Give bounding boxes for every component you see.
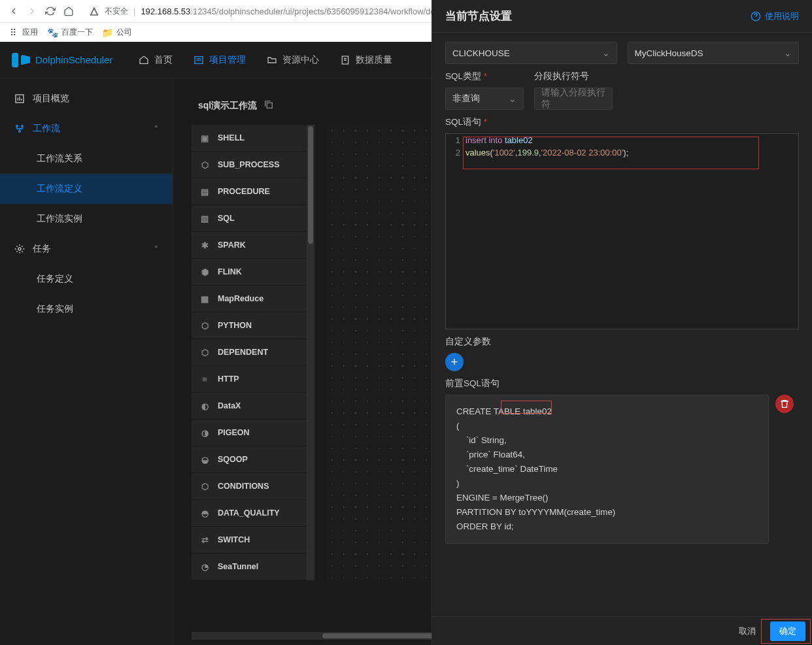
bookmark-baidu[interactable]: 🐾百度一下	[47, 27, 93, 38]
datasource-type-select[interactable]: CLICKHOUSE⌄	[445, 42, 617, 64]
task-type-switch[interactable]: ⇄SWITCH	[192, 527, 307, 554]
sidebar-item-wf-relation[interactable]: 工作流关系	[0, 144, 173, 174]
back-icon[interactable]	[8, 5, 20, 17]
flow-icon	[14, 124, 25, 134]
confirm-button[interactable]: 确定	[770, 621, 805, 641]
task-type-seatunnel[interactable]: ◔SeaTunnel	[192, 554, 307, 580]
task-icon: ◒	[199, 454, 210, 465]
folder-icon: 📁	[102, 27, 112, 38]
task-icon: ≡	[199, 374, 210, 384]
task-type-procedure[interactable]: ▤PROCEDURE	[192, 178, 307, 205]
question-icon	[751, 11, 761, 22]
sidebar-item-workflow[interactable]: 工作流˄	[0, 114, 173, 144]
chevron-down-icon: ⌄	[602, 48, 610, 58]
nav-data-quality[interactable]: 数据质量	[337, 52, 395, 69]
task-icon: ◓	[199, 508, 210, 518]
task-type-pigeon[interactable]: ◑PIGEON	[192, 420, 307, 446]
home-icon[interactable]	[63, 5, 75, 17]
doc-icon	[340, 55, 350, 65]
drawer-title: 当前节点设置	[445, 8, 512, 24]
add-param-button[interactable]: +	[445, 353, 464, 371]
copy-icon[interactable]	[263, 99, 274, 112]
folder-icon	[267, 55, 277, 65]
scrollbar-vertical[interactable]	[307, 125, 314, 580]
chevron-down-icon: ⌄	[509, 93, 516, 104]
task-type-python[interactable]: ⬡PYTHON	[192, 312, 307, 339]
svg-point-3	[16, 125, 18, 127]
sidebar-item-task-inst[interactable]: 任务实例	[0, 294, 173, 324]
task-icon: ⬡	[199, 481, 210, 491]
task-icon: ◔	[199, 561, 210, 572]
bookmark-company[interactable]: 📁公司	[102, 27, 132, 38]
task-type-list: ▣SHELL⬡SUB_PROCESS▤PROCEDURE▥SQL✱SPARK⬢F…	[192, 125, 307, 580]
task-type-mapreduce[interactable]: ▦MapReduce	[192, 286, 307, 312]
task-icon: ⬡	[199, 159, 210, 170]
paw-icon: 🐾	[47, 27, 58, 38]
sidebar-item-wf-instance[interactable]: 工作流实例	[0, 204, 173, 234]
brand-logo[interactable]: DolphinScheduler	[12, 53, 112, 67]
chevron-up-icon: ˄	[154, 125, 158, 133]
task-icon: ▣	[199, 133, 210, 143]
list-icon	[194, 55, 204, 65]
task-type-conditions[interactable]: ⬡CONDITIONS	[192, 473, 307, 500]
sidebar-item-task[interactable]: 任务˄	[0, 234, 173, 264]
sql-type-label: SQL类型	[445, 71, 524, 82]
task-type-spark[interactable]: ✱SPARK	[192, 232, 307, 259]
reload-icon[interactable]	[44, 5, 56, 17]
svg-rect-7	[267, 103, 273, 108]
logo-icon	[12, 53, 30, 67]
chart-icon	[14, 93, 25, 104]
segment-input[interactable]: 请输入分段执行符	[534, 88, 613, 110]
svg-point-6	[18, 248, 21, 250]
task-type-http[interactable]: ≡HTTP	[192, 366, 307, 393]
apps-icon: ⠿	[8, 27, 18, 38]
nav-projects[interactable]: 项目管理	[191, 52, 248, 69]
task-icon: ▤	[199, 186, 210, 197]
trash-icon	[779, 399, 790, 409]
datasource-instance-select[interactable]: MyClickHouseDS⌄	[628, 42, 800, 64]
svg-point-4	[22, 125, 24, 127]
pre-sql-textarea[interactable]: CREATE TABLE table02 ( `id` String, `pri…	[445, 395, 769, 544]
task-icon: ⬡	[199, 320, 210, 331]
task-icon: ▥	[199, 213, 210, 223]
sql-type-select[interactable]: 非查询⌄	[445, 88, 524, 110]
insecure-icon	[89, 6, 99, 16]
task-icon: ⇄	[199, 535, 210, 545]
delete-presql-button[interactable]	[775, 395, 794, 413]
task-type-data_quality[interactable]: ◓DATA_QUALITY	[192, 500, 307, 527]
task-icon: ◐	[199, 401, 210, 411]
apps-button[interactable]: ⠿应用	[8, 27, 38, 38]
sidebar-item-task-def[interactable]: 任务定义	[0, 264, 173, 294]
help-link[interactable]: 使用说明	[751, 10, 799, 22]
task-icon: ▦	[199, 293, 210, 304]
segment-label: 分段执行符号	[534, 71, 613, 82]
svg-point-5	[19, 131, 21, 133]
nav-resources[interactable]: 资源中心	[264, 52, 322, 69]
task-type-flink[interactable]: ⬢FLINK	[192, 259, 307, 286]
sidebar-item-overview[interactable]: 项目概览	[0, 84, 173, 114]
house-icon	[139, 55, 149, 65]
task-icon: ⬡	[199, 347, 210, 357]
task-type-dependent[interactable]: ⬡DEPENDENT	[192, 339, 307, 366]
pre-sql-label: 前置SQL语句	[445, 378, 799, 389]
task-icon: ✱	[199, 240, 210, 250]
node-settings-drawer: 当前节点设置 使用说明 CLICKHOUSE⌄ MyClickHouseDS⌄ …	[431, 0, 812, 645]
task-type-sub_process[interactable]: ⬡SUB_PROCESS	[192, 152, 307, 178]
gear-icon	[14, 244, 25, 254]
task-type-sqoop[interactable]: ◒SQOOP	[192, 446, 307, 473]
chevron-down-icon: ⌄	[784, 48, 792, 58]
chevron-up-icon: ˄	[154, 245, 158, 254]
sql-editor[interactable]: 1insert into table02 2values('1002',199.…	[445, 133, 799, 329]
task-icon: ◑	[199, 427, 210, 438]
sidebar: 项目概览 工作流˄ 工作流关系 工作流定义 工作流实例 任务˄ 任务定义 任务实…	[0, 78, 173, 645]
forward-icon	[26, 5, 38, 17]
custom-param-label: 自定义参数	[445, 336, 799, 348]
insecure-label: 不安全	[105, 6, 128, 17]
sql-statement-label: SQL语句	[445, 116, 799, 128]
nav-home[interactable]: 首页	[136, 52, 175, 69]
sidebar-item-wf-definition[interactable]: 工作流定义	[0, 174, 173, 204]
cancel-button[interactable]: 取消	[730, 621, 765, 641]
task-type-shell[interactable]: ▣SHELL	[192, 125, 307, 152]
task-type-datax[interactable]: ◐DataX	[192, 393, 307, 420]
task-type-sql[interactable]: ▥SQL	[192, 205, 307, 232]
